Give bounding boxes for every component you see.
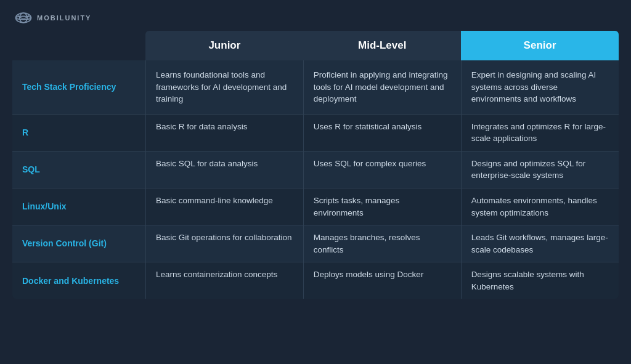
row-midlevel-cell: Manages branches, resolves conflicts bbox=[303, 225, 461, 262]
comparison-table: Junior Mid-Level Senior Tech Stack Profi… bbox=[12, 31, 619, 299]
row-label-cell: Linux/Unix bbox=[12, 188, 145, 225]
table-row: Version Control (Git)Basic Git operation… bbox=[12, 225, 619, 262]
table-body: Tech Stack ProficiencyLearns foundationa… bbox=[12, 60, 619, 299]
row-midlevel-cell: Deploys models using Docker bbox=[303, 262, 461, 299]
row-label-cell: R bbox=[12, 114, 145, 151]
row-junior-cell: Basic R for data analysis bbox=[145, 114, 303, 151]
table-row: SQLBasic SQL for data analysisUses SQL f… bbox=[12, 151, 619, 188]
row-midlevel-cell: Scripts tasks, manages environments bbox=[303, 188, 461, 225]
row-label-cell: SQL bbox=[12, 151, 145, 188]
row-senior-cell: Designs and optimizes SQL for enterprise… bbox=[461, 151, 619, 188]
table-row: Docker and KubernetesLearns containeriza… bbox=[12, 262, 619, 299]
row-senior-cell: Leads Git workflows, manages large-scale… bbox=[461, 225, 619, 262]
row-junior-cell: Basic Git operations for collaboration bbox=[145, 225, 303, 262]
row-label-cell: Version Control (Git) bbox=[12, 225, 145, 262]
row-junior-cell: Learns foundational tools and frameworks… bbox=[145, 60, 303, 114]
table-row: Tech Stack ProficiencyLearns foundationa… bbox=[12, 60, 619, 114]
junior-header-text: Junior bbox=[208, 39, 240, 51]
senior-header-text: Senior bbox=[524, 39, 556, 51]
header-midlevel-cell: Mid-Level bbox=[303, 31, 461, 60]
table-row: Linux/UnixBasic command-line knowledgeSc… bbox=[12, 188, 619, 225]
row-senior-cell: Designs scalable systems with Kubernetes bbox=[461, 262, 619, 299]
row-midlevel-cell: Uses SQL for complex queries bbox=[303, 151, 461, 188]
row-junior-cell: Basic SQL for data analysis bbox=[145, 151, 303, 188]
table-row: RBasic R for data analysisUses R for sta… bbox=[12, 114, 619, 151]
page-container: MOBILUNITY Junior Mid-Level Senior Tech … bbox=[0, 0, 631, 364]
row-senior-cell: Integrates and optimizes R for large-sca… bbox=[461, 114, 619, 151]
logo-text: MOBILUNITY bbox=[37, 14, 91, 22]
mobilunity-logo-icon bbox=[15, 11, 32, 25]
row-midlevel-cell: Uses R for statistical analysis bbox=[303, 114, 461, 151]
header-junior-cell: Junior bbox=[145, 31, 303, 60]
row-label-cell: Docker and Kubernetes bbox=[12, 262, 145, 299]
row-senior-cell: Expert in designing and scaling AI syste… bbox=[461, 60, 619, 114]
row-junior-cell: Learns containerization concepts bbox=[145, 262, 303, 299]
row-midlevel-cell: Proficient in applying and integrating t… bbox=[303, 60, 461, 114]
svg-point-0 bbox=[16, 13, 31, 23]
svg-point-2 bbox=[16, 16, 31, 19]
midlevel-header-text: Mid-Level bbox=[358, 39, 406, 51]
header-senior-cell: Senior bbox=[461, 31, 619, 60]
row-senior-cell: Automates environments, handles system o… bbox=[461, 188, 619, 225]
row-label-cell: Tech Stack Proficiency bbox=[12, 60, 145, 114]
table-header-row: Junior Mid-Level Senior bbox=[12, 31, 619, 60]
row-junior-cell: Basic command-line knowledge bbox=[145, 188, 303, 225]
header-label-cell bbox=[12, 31, 145, 60]
logo-bar: MOBILUNITY bbox=[12, 11, 619, 25]
